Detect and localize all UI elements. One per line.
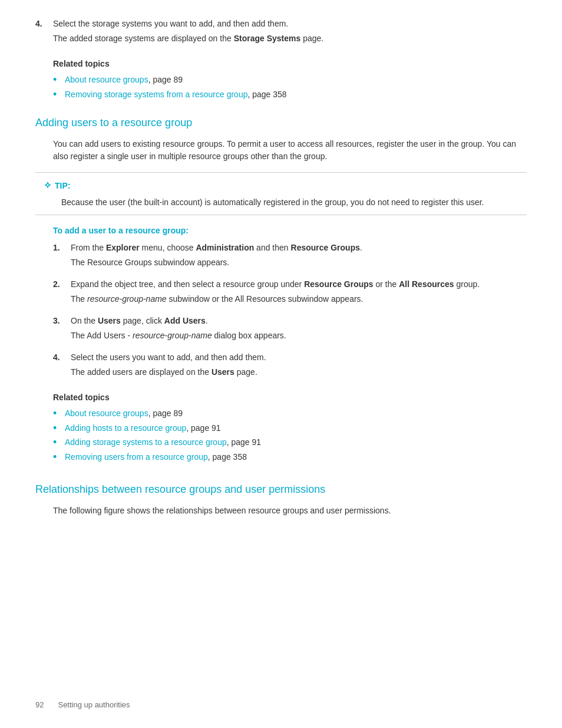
step-3-number: 3. <box>53 315 71 347</box>
text-part: subwindow or the All Resources subwindow… <box>167 294 363 304</box>
subtext-end: page. <box>300 34 323 43</box>
step-text: Select the storage systems you want to a… <box>53 18 527 50</box>
text-part: and then <box>254 243 290 252</box>
step-3-content: On the Users page, click Add Users. The … <box>71 315 527 347</box>
suffix-text: , page 358 <box>247 88 286 101</box>
link-text[interactable]: Removing storage systems from a resource… <box>65 88 247 101</box>
text-part: dialog box appears. <box>212 331 286 340</box>
link-text[interactable]: Removing users from a resource group <box>65 451 208 463</box>
step-number: 4. <box>35 18 53 50</box>
list-item: • Adding storage systems to a resource g… <box>53 436 527 449</box>
list-item: • Adding hosts to a resource group, page… <box>53 422 527 435</box>
link-text[interactable]: Adding storage systems to a resource gro… <box>65 436 227 449</box>
step-4-number: 4. <box>53 351 71 383</box>
step-1-content: From the Explorer menu, choose Administr… <box>71 242 527 274</box>
text-part: . <box>206 316 208 325</box>
bold-part: Add Users <box>164 316 206 325</box>
suffix: , page 91 <box>186 422 220 434</box>
step-2-content: Expand the object tree, and then select … <box>71 278 527 310</box>
list-item: • Removing users from a resource group, … <box>53 451 527 464</box>
text-part: On the <box>71 316 98 325</box>
relationships-heading: Relationships between resource groups an… <box>35 482 527 498</box>
related-topics-2: Related topics • About resource groups, … <box>53 391 527 463</box>
tip-icon: ✧ <box>44 179 51 193</box>
bold-part: Explorer <box>106 243 140 252</box>
intro-step-4: 4. Select the storage systems you want t… <box>35 18 527 50</box>
bullet-icon: • <box>53 451 65 464</box>
step-4: 4. Select the users you want to add, and… <box>53 351 527 383</box>
tip-text: Because the user (the built-in account) … <box>61 196 518 209</box>
bold-part: Users <box>98 316 121 325</box>
tip-label-text: TIP: <box>55 180 70 192</box>
step-1-sub: The Resource Groups subwindow appears. <box>71 256 527 269</box>
text-part: page. <box>234 367 257 377</box>
bold-part: Resource Groups <box>291 243 360 252</box>
bullet-icon: • <box>53 407 65 420</box>
step-main-text: Select the storage systems you want to a… <box>53 19 288 28</box>
text-part: page, click <box>121 316 164 325</box>
step-2-sub: The resource-group-name subwindow or the… <box>71 293 527 305</box>
italic-part: resource-group-name <box>87 294 167 304</box>
footer-label: Setting up authorities <box>58 699 130 711</box>
bold-part: Resource Groups <box>304 279 373 289</box>
bold-part: All Resources <box>399 279 454 289</box>
suffix-text: , page 89 <box>148 74 183 86</box>
suffix: , page 91 <box>227 436 261 449</box>
page-footer: 92 Setting up authorities <box>35 699 130 711</box>
tip-box: ✧ TIP: Because the user (the built-in ac… <box>35 172 527 215</box>
bullet-icon: • <box>53 422 65 435</box>
list-item: • About resource groups, page 89 <box>53 407 527 420</box>
step-2: 2. Expand the object tree, and then sele… <box>53 278 527 310</box>
page-number: 92 <box>35 699 44 711</box>
subtext-start: The added storage systems are displayed … <box>53 34 234 43</box>
link-text[interactable]: About resource groups <box>65 407 148 420</box>
intro-text: You can add users to existing resource g… <box>53 139 516 161</box>
step-3: 3. On the Users page, click Add Users. T… <box>53 315 527 347</box>
text-part: or the <box>373 279 399 289</box>
step-subtext: The added storage systems are displayed … <box>53 32 527 45</box>
to-add-label: To add a user to a resource group: <box>53 225 527 237</box>
text-part: group. <box>454 279 480 289</box>
text-part: The <box>71 294 87 304</box>
tip-label: ✧ TIP: <box>44 179 518 193</box>
suffix: , page 358 <box>208 451 247 463</box>
related-topics-label-2: Related topics <box>53 391 527 404</box>
bullet-icon: • <box>53 74 65 87</box>
relationships-section: Relationships between resource groups an… <box>35 482 527 517</box>
text-part: . <box>360 243 362 252</box>
text-part: Expand the object tree, and then select … <box>71 279 304 289</box>
adding-users-heading: Adding users to a resource group <box>35 115 527 131</box>
step-2-number: 2. <box>53 278 71 310</box>
related-topics-1: Related topics • About resource groups, … <box>53 58 527 101</box>
step-4-content: Select the users you want to add, and th… <box>71 351 527 383</box>
text-part: menu, choose <box>140 243 196 252</box>
step-4-sub: The added users are displayed on the Use… <box>71 366 527 378</box>
list-item: • Removing storage systems from a resour… <box>53 88 527 101</box>
step-4-main: Select the users you want to add, and th… <box>71 351 527 364</box>
related-topics-label-1: Related topics <box>53 58 527 70</box>
text-part: From the <box>71 243 106 252</box>
step-3-sub: The Add Users - resource-group-name dial… <box>71 330 527 342</box>
link-text[interactable]: Adding hosts to a resource group <box>65 422 186 434</box>
bullet-icon: • <box>53 436 65 449</box>
adding-users-intro: You can add users to existing resource g… <box>53 138 527 163</box>
subtext-bold: Storage Systems <box>234 34 301 43</box>
step-2-main: Expand the object tree, and then select … <box>71 278 527 291</box>
step-1: 1. From the Explorer menu, choose Admini… <box>53 242 527 274</box>
bold-part: Administration <box>196 243 254 252</box>
text-part: The added users are displayed on the <box>71 367 211 377</box>
text-part: The Add Users - <box>71 331 133 340</box>
relationships-text: The following figure shows the relations… <box>53 505 527 517</box>
italic-part: resource-group-name <box>133 331 212 340</box>
list-item: • About resource groups, page 89 <box>53 74 527 87</box>
suffix: , page 89 <box>148 407 183 420</box>
bold-part: Users <box>211 367 234 377</box>
step-1-number: 1. <box>53 242 71 274</box>
bullet-icon: • <box>53 88 65 101</box>
step-3-main: On the Users page, click Add Users. <box>71 315 527 327</box>
step-1-main: From the Explorer menu, choose Administr… <box>71 242 527 254</box>
link-text[interactable]: About resource groups <box>65 74 148 86</box>
